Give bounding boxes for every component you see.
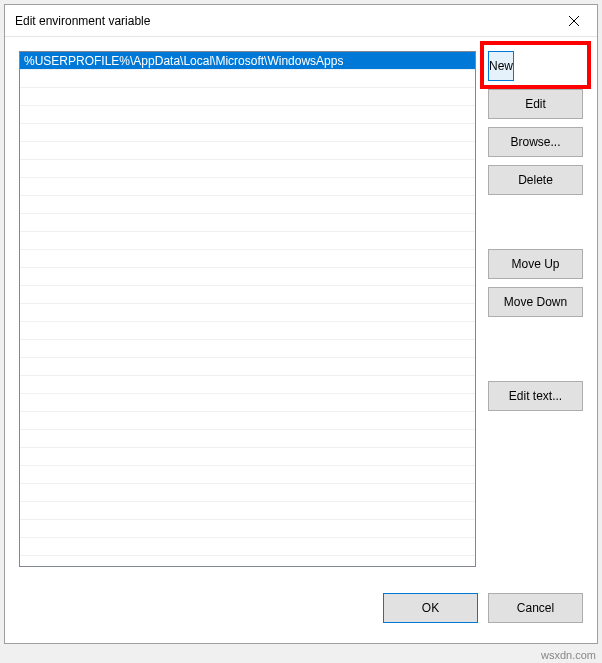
list-item[interactable] xyxy=(20,502,475,520)
edit-text-button[interactable]: Edit text... xyxy=(488,381,583,411)
list-item[interactable] xyxy=(20,142,475,160)
edit-env-var-dialog: Edit environment variable %USERPROFILE%\… xyxy=(4,4,598,644)
path-listbox[interactable]: %USERPROFILE%\AppData\Local\Microsoft\Wi… xyxy=(19,51,476,567)
close-icon xyxy=(569,16,579,26)
browse-button[interactable]: Browse... xyxy=(488,127,583,157)
move-down-button[interactable]: Move Down xyxy=(488,287,583,317)
watermark-text: wsxdn.com xyxy=(541,649,596,661)
spacer xyxy=(488,203,583,241)
new-button[interactable]: New xyxy=(488,51,514,81)
spacer xyxy=(488,325,583,373)
list-item[interactable] xyxy=(20,178,475,196)
list-item[interactable] xyxy=(20,430,475,448)
dialog-title: Edit environment variable xyxy=(15,14,150,28)
move-up-button[interactable]: Move Up xyxy=(488,249,583,279)
ok-button[interactable]: OK xyxy=(383,593,478,623)
list-item[interactable] xyxy=(20,340,475,358)
list-item[interactable] xyxy=(20,124,475,142)
titlebar: Edit environment variable xyxy=(5,5,597,37)
list-item[interactable] xyxy=(20,538,475,556)
list-item[interactable] xyxy=(20,250,475,268)
list-item[interactable]: %USERPROFILE%\AppData\Local\Microsoft\Wi… xyxy=(20,52,475,70)
dialog-footer: OK Cancel xyxy=(5,577,597,643)
list-item[interactable] xyxy=(20,376,475,394)
list-item[interactable] xyxy=(20,160,475,178)
list-item[interactable] xyxy=(20,394,475,412)
list-item[interactable] xyxy=(20,466,475,484)
list-item[interactable] xyxy=(20,106,475,124)
side-button-column: New Edit Browse... Delete Move Up Move D… xyxy=(488,51,583,577)
close-button[interactable] xyxy=(551,5,597,36)
edit-button[interactable]: Edit xyxy=(488,89,583,119)
list-item[interactable] xyxy=(20,196,475,214)
list-item[interactable] xyxy=(20,322,475,340)
list-item[interactable] xyxy=(20,88,475,106)
dialog-content: %USERPROFILE%\AppData\Local\Microsoft\Wi… xyxy=(5,37,597,577)
list-item[interactable] xyxy=(20,412,475,430)
list-item[interactable] xyxy=(20,358,475,376)
list-item[interactable] xyxy=(20,286,475,304)
list-item[interactable] xyxy=(20,448,475,466)
list-item[interactable] xyxy=(20,304,475,322)
list-item[interactable] xyxy=(20,520,475,538)
delete-button[interactable]: Delete xyxy=(488,165,583,195)
list-item[interactable] xyxy=(20,70,475,88)
list-item[interactable] xyxy=(20,214,475,232)
cancel-button[interactable]: Cancel xyxy=(488,593,583,623)
list-item[interactable] xyxy=(20,232,475,250)
list-item[interactable] xyxy=(20,484,475,502)
list-item[interactable] xyxy=(20,268,475,286)
